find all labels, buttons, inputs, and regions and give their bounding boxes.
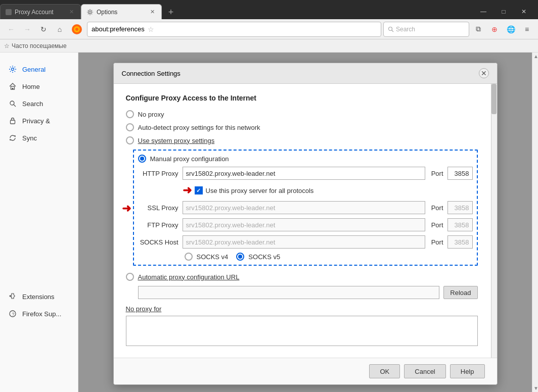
dialog-header: Connection Settings ✕ bbox=[114, 63, 497, 84]
sidebar-toggle-button[interactable]: ⧉ bbox=[471, 22, 485, 36]
home-icon bbox=[8, 82, 17, 91]
radio-manual-proxy-label: Manual proxy configuration bbox=[150, 155, 229, 163]
radio-socks-v5-circle[interactable] bbox=[236, 253, 244, 261]
socks-port-input[interactable] bbox=[447, 235, 473, 249]
close-button[interactable]: ✕ bbox=[514, 4, 534, 19]
radio-auto-proxy-url[interactable]: Automatic proxy configuration URL bbox=[126, 273, 478, 281]
ssl-proxy-row: SSL Proxy Port bbox=[138, 201, 473, 214]
tab-proxy-account[interactable]: Proxy Account ✕ bbox=[0, 4, 81, 19]
bookmark-star[interactable]: ☆ bbox=[148, 25, 154, 33]
sidebar: General Home Search Privacy & Sync bbox=[0, 53, 78, 392]
ssl-proxy-input[interactable] bbox=[183, 201, 425, 214]
menu-button[interactable]: ≡ bbox=[520, 22, 534, 36]
auto-proxy-url-input[interactable] bbox=[138, 286, 440, 299]
reload-button[interactable]: Reload bbox=[443, 286, 477, 299]
minimize-button[interactable]: — bbox=[473, 4, 494, 19]
radio-auto-proxy-url-label: Automatic proxy configuration URL bbox=[138, 273, 240, 281]
svg-point-6 bbox=[12, 68, 14, 71]
radio-socks-v4-label: SOCKS v4 bbox=[197, 253, 229, 261]
radio-dot bbox=[140, 157, 144, 161]
scroll-up-button[interactable]: ▲ bbox=[532, 53, 538, 60]
dialog-title: Connection Settings bbox=[122, 70, 181, 77]
sidebar-item-search[interactable]: Search bbox=[0, 95, 78, 112]
radio-manual-proxy[interactable]: Manual proxy configuration bbox=[138, 155, 473, 163]
search-icon bbox=[388, 26, 394, 32]
sidebar-label-firefox-support: Firefox Sup... bbox=[22, 310, 61, 318]
scroll-thumb[interactable] bbox=[491, 84, 497, 114]
ftp-port-input[interactable] bbox=[447, 218, 473, 231]
http-proxy-row: HTTP Proxy Port bbox=[138, 167, 473, 180]
tab-close-proxy[interactable]: ✕ bbox=[67, 8, 75, 16]
no-proxy-for-label: No proxy for bbox=[126, 305, 478, 313]
sync-icon bbox=[8, 133, 17, 142]
http-proxy-input[interactable] bbox=[183, 167, 425, 180]
radio-no-proxy-circle[interactable] bbox=[126, 110, 134, 118]
arrow-use-for-all: ➜ bbox=[183, 184, 192, 197]
help-button[interactable]: Help bbox=[450, 364, 485, 378]
back-button[interactable]: ← bbox=[4, 22, 18, 36]
tab-label-options: Options bbox=[97, 9, 117, 16]
ssl-port-label: Port bbox=[429, 204, 443, 212]
ssl-proxy-label: SSL Proxy bbox=[138, 204, 178, 212]
dialog-body: Configure Proxy Access to the Internet N… bbox=[114, 84, 497, 358]
sidebar-item-privacy[interactable]: Privacy & bbox=[0, 112, 78, 129]
lock-icon bbox=[8, 116, 17, 125]
use-for-all-checkbox[interactable]: ✓ bbox=[195, 186, 203, 194]
dialog-scrollbar[interactable] bbox=[491, 84, 497, 358]
url-bar[interactable]: about:preferences ☆ bbox=[87, 22, 381, 37]
no-proxy-section: No proxy for bbox=[126, 305, 478, 348]
window-controls: — □ ✕ bbox=[473, 4, 538, 19]
scroll-down-button[interactable]: ▼ bbox=[532, 384, 538, 392]
sidebar-item-extensions[interactable]: Extensions bbox=[0, 288, 78, 305]
radio-socks-v4[interactable]: SOCKS v4 bbox=[185, 253, 229, 261]
home-button[interactable]: ⌂ bbox=[53, 22, 67, 36]
sidebar-item-sync[interactable]: Sync bbox=[0, 129, 78, 146]
extensions-button[interactable]: 🌐 bbox=[504, 22, 518, 36]
svg-rect-11 bbox=[11, 120, 15, 124]
radio-auto-detect[interactable]: Auto-detect proxy settings for this netw… bbox=[126, 123, 478, 131]
radio-auto-detect-circle[interactable] bbox=[126, 123, 134, 131]
tab-options[interactable]: Options ✕ bbox=[81, 4, 162, 19]
maximize-button[interactable]: □ bbox=[494, 4, 514, 19]
ftp-proxy-label: FTP Proxy bbox=[138, 221, 178, 229]
ok-button[interactable]: OK bbox=[369, 364, 400, 378]
radio-system-proxy-circle[interactable] bbox=[126, 136, 134, 144]
no-proxy-textarea[interactable] bbox=[126, 316, 478, 346]
radio-auto-detect-label: Auto-detect proxy settings for this netw… bbox=[138, 124, 260, 131]
radio-auto-proxy-url-circle[interactable] bbox=[126, 273, 134, 281]
http-port-label: Port bbox=[429, 170, 443, 177]
bookmarks-label: Часто посещаемые bbox=[12, 42, 67, 50]
reload-nav-button[interactable]: ↻ bbox=[36, 22, 51, 36]
arrow-manual-proxy: ➜ bbox=[122, 202, 131, 215]
radio-socks-v4-circle[interactable] bbox=[185, 253, 193, 261]
ftp-proxy-input[interactable] bbox=[183, 218, 425, 231]
sidebar-label-privacy: Privacy & bbox=[22, 117, 50, 125]
svg-line-10 bbox=[14, 105, 16, 107]
url-text: about:preferences bbox=[92, 25, 145, 33]
http-port-input[interactable] bbox=[447, 167, 473, 180]
tab-close-options[interactable]: ✕ bbox=[148, 8, 156, 16]
use-for-all-label: Use this proxy server for all protocols bbox=[206, 187, 314, 194]
ssl-port-input[interactable] bbox=[447, 201, 473, 214]
search-bar[interactable]: Search bbox=[383, 22, 469, 37]
sidebar-item-firefox-support[interactable]: ? Firefox Sup... bbox=[0, 305, 78, 322]
dialog-close-button[interactable]: ✕ bbox=[479, 68, 489, 78]
page-scrollbar[interactable]: ▲ ▼ bbox=[532, 53, 538, 392]
socks-host-input[interactable] bbox=[183, 235, 425, 249]
star-icon: ☆ bbox=[4, 42, 10, 50]
cancel-button[interactable]: Cancel bbox=[404, 364, 445, 378]
svg-point-4 bbox=[389, 27, 392, 30]
new-tab-button[interactable]: + bbox=[164, 5, 178, 19]
socks-host-row: SOCKS Host Port bbox=[138, 235, 473, 249]
forward-button[interactable]: → bbox=[20, 22, 34, 36]
profile-button[interactable]: ⊕ bbox=[487, 22, 502, 36]
radio-socks-v5[interactable]: SOCKS v5 bbox=[236, 253, 280, 261]
svg-point-9 bbox=[10, 101, 14, 105]
radio-no-proxy[interactable]: No proxy bbox=[126, 110, 478, 118]
radio-system-proxy[interactable]: Use system proxy settings bbox=[126, 136, 478, 144]
main-content: General Home Search Privacy & Sync bbox=[0, 53, 538, 392]
sidebar-item-home[interactable]: Home bbox=[0, 78, 78, 95]
sidebar-item-general[interactable]: General bbox=[0, 61, 78, 78]
radio-manual-proxy-circle[interactable] bbox=[138, 155, 146, 163]
search-icon bbox=[8, 99, 17, 108]
